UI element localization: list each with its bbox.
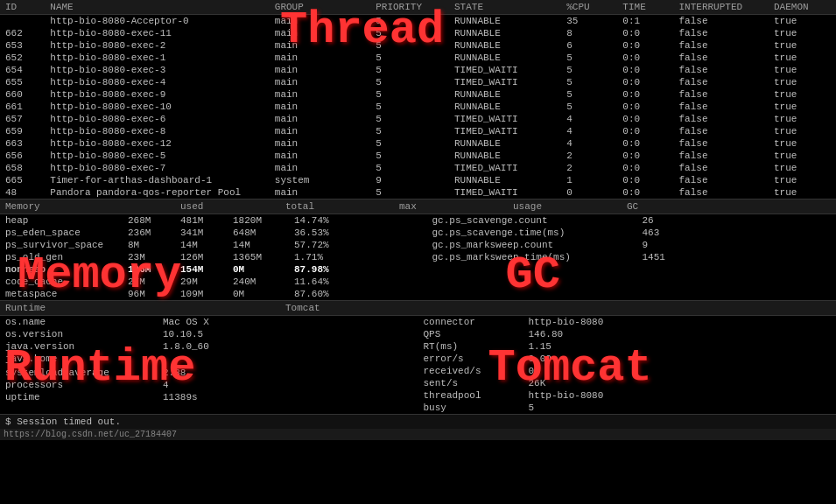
thread-priority: 5 xyxy=(370,186,449,199)
tomcat-prop-value: 146.80 xyxy=(523,328,837,340)
table-row: 660 http-bio-8080-exec-9 main 5 RUNNABLE… xyxy=(0,88,836,101)
tomcat-row: error/s 0.00 xyxy=(418,353,837,365)
memory-row: ps_survivor_space 8M 14M 14M 57.72% xyxy=(0,239,418,251)
gc-row: gc.ps_scavenge.count 26 xyxy=(427,214,837,227)
memory-total-header: total xyxy=(285,201,355,212)
runtime-tomcat-row: Runtime os.name Mac OS X os.version 10.1… xyxy=(0,316,836,414)
thread-state: TIMED_WAITI xyxy=(449,113,561,125)
tomcat-prop-name: QPS xyxy=(418,328,523,340)
thread-daemon: true xyxy=(769,125,836,137)
memory-name: ps_eden_space xyxy=(0,227,123,239)
thread-state: RUNNABLE xyxy=(449,88,561,101)
runtime-section-header-bar: Runtime Tomcat xyxy=(0,300,836,316)
runtime-prop-name: java.home xyxy=(0,353,158,365)
tomcat-table: connector http-bio-8080 QPS 146.80 RT(ms… xyxy=(418,316,837,414)
thread-priority: 5 xyxy=(370,101,449,113)
runtime-row: os.name Mac OS X xyxy=(0,316,418,328)
thread-time: 0:0 xyxy=(617,52,673,64)
runtime-prop-name: os.version xyxy=(0,328,158,340)
thread-interrupted: false xyxy=(673,186,769,199)
thread-name: Pandora pandora-qos-reporter Pool xyxy=(45,186,270,199)
thread-interrupted: false xyxy=(673,174,769,186)
gc-row: gc.ps_scavenge.time(ms) 463 xyxy=(427,227,837,239)
thread-state: TIMED_WAITI xyxy=(449,125,561,137)
gc-name: gc.ps_marksweep.time(ms) xyxy=(427,251,637,263)
thread-id: 659 xyxy=(0,125,45,137)
thread-daemon: true xyxy=(769,39,836,52)
table-row: 656 http-bio-8080-exec-5 main 5 RUNNABLE… xyxy=(0,150,836,162)
tomcat-header-label: Tomcat xyxy=(285,303,355,313)
runtime-row: systemload.average 2.88 xyxy=(0,367,418,379)
thread-time: 0:1 xyxy=(617,15,673,28)
thread-name: http-bio-8080-exec-6 xyxy=(45,113,270,125)
thread-id xyxy=(0,15,45,28)
table-row: 653 http-bio-8080-exec-2 main 5 RUNNABLE… xyxy=(0,39,836,52)
tomcat-row: RT(ms) 1.15 xyxy=(418,340,837,353)
gc-value: 26 xyxy=(637,214,837,227)
thread-interrupted: false xyxy=(673,52,769,64)
thread-state: RUNNABLE xyxy=(449,27,561,39)
thread-state: RUNNABLE xyxy=(449,52,561,64)
tomcat-prop-name: received/s xyxy=(418,365,523,377)
thread-interrupted: false xyxy=(673,162,769,174)
thread-daemon: true xyxy=(769,15,836,28)
thread-group: main xyxy=(270,64,370,76)
runtime-row: os.version 10.10.5 xyxy=(0,328,418,340)
thread-name: http-bio-8080-exec-12 xyxy=(45,137,270,150)
memory-section-header-bar: Memory used total max usage GC xyxy=(0,199,836,214)
memory-name: heap xyxy=(0,214,123,227)
url-text: https://blog.csdn.net/uc_27184407 xyxy=(4,430,177,439)
thread-group: main xyxy=(270,101,370,113)
gc-table-wrap: GC gc.ps_scavenge.count 26 gc.ps_scaveng… xyxy=(418,214,837,300)
thread-cpu: 5 xyxy=(561,64,617,76)
thread-table: ID NAME GROUP PRIORITY STATE %CPU TIME I… xyxy=(0,0,836,199)
thread-time: 0:0 xyxy=(617,162,673,174)
memory-usage: 36.53% xyxy=(289,227,418,239)
runtime-prop-value: 4 xyxy=(158,379,418,391)
thread-time: 0:0 xyxy=(617,125,673,137)
runtime-prop-value: 11389s xyxy=(158,391,418,403)
memory-max: 0M xyxy=(228,288,289,300)
thread-id: 663 xyxy=(0,137,45,150)
thread-daemon: true xyxy=(769,101,836,113)
thread-cpu: 5 xyxy=(561,88,617,101)
thread-name: http-bio-8080-exec-7 xyxy=(45,162,270,174)
thread-group: main xyxy=(270,76,370,88)
thread-name: http-bio-8080-exec-11 xyxy=(45,27,270,39)
thread-name: Timer-for-arthas-dashboard-1 xyxy=(45,174,270,186)
memory-used: 23M xyxy=(123,251,175,263)
thread-name: http-bio-8080-exec-1 xyxy=(45,52,270,64)
runtime-prop-value: 2.88 xyxy=(158,367,418,379)
thread-section: Thread ID NAME GROUP PRIORITY STATE %CPU… xyxy=(0,0,836,199)
thread-priority: 5 xyxy=(370,39,449,52)
thread-cpu: 5 xyxy=(561,101,617,113)
thread-daemon: true xyxy=(769,88,836,101)
thread-name: http-bio-8080-exec-10 xyxy=(45,101,270,113)
table-row: 665 Timer-for-arthas-dashboard-1 system … xyxy=(0,174,836,186)
thread-state: RUNNABLE xyxy=(449,39,561,52)
memory-used: 236M xyxy=(123,227,175,239)
thread-time: 0:0 xyxy=(617,174,673,186)
thread-interrupted: false xyxy=(673,137,769,150)
thread-interrupted: false xyxy=(673,88,769,101)
runtime-row: processors 4 xyxy=(0,379,418,391)
gc-value: 463 xyxy=(637,227,837,239)
tomcat-prop-value: 0B xyxy=(523,365,837,377)
thread-group: main xyxy=(270,137,370,150)
memory-max: 14M xyxy=(228,239,289,251)
thread-cpu: 6 xyxy=(561,39,617,52)
thread-id: 662 xyxy=(0,27,45,39)
memory-used: 268M xyxy=(123,214,175,227)
thread-time: 0:0 xyxy=(617,88,673,101)
footer-bar: $ Session timed out. xyxy=(0,414,836,429)
memory-usage: 14.74% xyxy=(289,214,418,227)
col-header-daemon: DAEMON xyxy=(769,0,836,15)
thread-cpu: 4 xyxy=(561,113,617,125)
memory-max-header: max xyxy=(399,201,469,212)
tomcat-prop-value: 0.00 xyxy=(523,353,837,365)
table-row: 655 http-bio-8080-exec-4 main 5 TIMED_WA… xyxy=(0,76,836,88)
thread-time: 0:0 xyxy=(617,39,673,52)
gc-name: gc.ps_scavenge.count xyxy=(427,214,637,227)
memory-max: 1365M xyxy=(228,251,289,263)
memory-col-header: Memory xyxy=(5,201,75,212)
